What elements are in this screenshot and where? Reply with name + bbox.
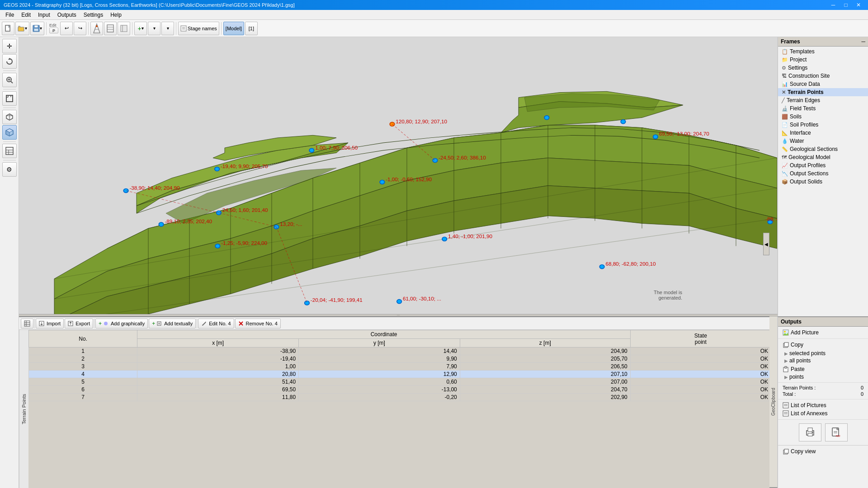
frame-item-output-solids[interactable]: 📦Output Solids — [778, 178, 868, 186]
close-button[interactable]: ✕ — [853, 1, 864, 9]
frame-item-terrain-points[interactable]: ✕Terrain Points — [778, 88, 868, 96]
frame-item-project[interactable]: 📁Project — [778, 56, 868, 64]
menu-help[interactable]: Help — [107, 11, 125, 19]
dropdown-btn2[interactable]: ▾ — [161, 22, 174, 35]
cell-x: 51,40 — [137, 378, 299, 386]
menu-file[interactable]: File — [2, 11, 18, 19]
frame-item-settings[interactable]: ⚙Settings — [778, 64, 868, 72]
table-row[interactable]: 7 11,80 -0,20 202,90 OK — [29, 394, 771, 401]
table-row[interactable]: 2 -19,40 9,90 205,70 OK — [29, 355, 771, 363]
frame-item-soil-profiles[interactable]: 📄Soil Profiles — [778, 121, 868, 129]
menu-bar: File Edit Input Outputs Settings Help — [0, 10, 868, 20]
add-graphically-btn[interactable]: + Add graphically — [95, 319, 148, 328]
model-button[interactable]: [Model] — [223, 22, 244, 35]
svg-point-91 — [599, 265, 604, 269]
table-row[interactable]: 6 69,50 -13,00 204,70 OK — [29, 386, 771, 394]
frame-label: Project — [790, 56, 807, 63]
cell-y: 9,90 — [299, 355, 460, 363]
frame-item-templates[interactable]: 📋Templates — [778, 47, 868, 56]
save-button[interactable]: ▾ — [30, 22, 44, 35]
points-group-btn[interactable]: ▶ points — [781, 373, 865, 380]
remove-btn[interactable]: Remove No. 4 — [235, 319, 281, 328]
svg-text:-20,04; -41,90; 199,41: -20,04; -41,90; 199,41 — [311, 298, 363, 303]
menu-edit[interactable]: Edit — [18, 11, 34, 19]
list-annexes-btn[interactable]: List of Annexes — [781, 409, 865, 418]
all-points-btn[interactable]: ▶ all points — [783, 357, 863, 364]
cell-z: 205,70 — [460, 355, 630, 363]
edit-mode-btn[interactable]: P — [49, 28, 58, 33]
new-button[interactable] — [2, 22, 14, 35]
open-button[interactable]: ▾ — [15, 22, 29, 35]
col-x: x [m] — [137, 339, 299, 347]
rotate-button[interactable] — [2, 54, 17, 69]
table-row[interactable]: 1 -38,90 14,40 204,90 OK — [29, 347, 771, 355]
frame-item-water[interactable]: 💧Water — [778, 137, 868, 145]
svg-rect-128 — [785, 366, 787, 368]
undo-button[interactable]: ↩ — [60, 22, 73, 35]
frame-item-field-tests[interactable]: 🔬Field Tests — [778, 104, 868, 113]
stage-btn[interactable] — [118, 22, 130, 35]
frames-close-btn[interactable]: ─ — [861, 38, 865, 45]
panel-collapse-btn[interactable]: ◀ — [763, 233, 769, 255]
menu-outputs[interactable]: Outputs — [54, 11, 80, 19]
import-btn[interactable]: Import — [36, 319, 64, 328]
cell-x: -19,40 — [137, 355, 299, 363]
add-textually-btn[interactable]: + Add textually — [149, 319, 196, 328]
stage-names-btn[interactable]: Stage names — [178, 22, 219, 35]
table-row[interactable]: 4 20,80 12,90 207,10 OK — [29, 371, 771, 378]
geo-clipboard-label[interactable]: GeoClipboard — [769, 316, 778, 488]
list-pictures-btn[interactable]: List of Pictures — [781, 401, 865, 409]
frame-item-geological-sections[interactable]: 📏Geological Sections — [778, 145, 868, 153]
export-pdf-button[interactable]: PDF — [825, 423, 848, 441]
frame-label: Water — [790, 138, 804, 144]
list-view-btn[interactable] — [21, 319, 33, 328]
cell-no: 3 — [29, 363, 137, 371]
frame-label: Interface — [790, 130, 811, 136]
add-picture-btn[interactable]: Add Picture — [781, 328, 865, 337]
move-button[interactable]: ✛ — [2, 39, 17, 53]
frame-item-terrain-edges[interactable]: ╱Terrain Edges — [778, 96, 868, 104]
zoom-button[interactable] — [2, 73, 17, 87]
redo-button[interactable]: ↪ — [74, 22, 86, 35]
terrain-btn1[interactable] — [90, 22, 103, 35]
copy-view-btn[interactable]: Copy view — [781, 447, 865, 455]
frame-item-soils[interactable]: 🟫Soils — [778, 113, 868, 121]
index-button[interactable]: [1] — [245, 22, 258, 35]
cell-y: 14,40 — [299, 347, 460, 355]
maximize-button[interactable]: □ — [840, 1, 852, 9]
selected-points-btn[interactable]: ▶ selected points — [783, 350, 863, 357]
frame-label: Settings — [788, 65, 807, 71]
menu-settings[interactable]: Settings — [80, 11, 107, 19]
table-row[interactable]: 5 51,40 0,60 207,00 OK — [29, 378, 771, 386]
svg-text:1,40; -1,00; 201,90: 1,40; -1,00; 201,90 — [448, 234, 492, 239]
table-row[interactable]: 3 1,00 7,90 206,50 OK — [29, 363, 771, 371]
frame-item-output-profiles[interactable]: 📈Output Profiles — [778, 161, 868, 169]
frame-item-output-sections[interactable]: 📉Output Sections — [778, 169, 868, 178]
cube-button[interactable] — [2, 110, 17, 124]
minimize-button[interactable]: ─ — [827, 1, 839, 9]
cell-no: 6 — [29, 386, 137, 394]
lt-sep4 — [3, 141, 16, 142]
add-button[interactable]: + ▾ — [134, 22, 147, 35]
print-button[interactable] — [799, 423, 821, 441]
paste-btn[interactable]: Paste — [781, 365, 865, 373]
data-table-wrapper[interactable]: No. Coordinate Statepoint x [m] y [m] z … — [28, 330, 771, 488]
terrain-points-sidebar-label: Terrain Points — [19, 330, 28, 488]
fit-button[interactable] — [2, 91, 17, 106]
3d-viewport[interactable]: -38,90; 14,40; 204,90 -19,40; 9,90; 205,… — [19, 37, 778, 314]
3d-view-button[interactable] — [2, 125, 17, 140]
cell-x: 20,80 — [137, 371, 299, 378]
edit-btn[interactable]: Edit No. 4 — [198, 319, 234, 328]
frame-item-construction-site[interactable]: 🏗Construction Site — [778, 72, 868, 80]
terrain-btn2[interactable] — [104, 22, 117, 35]
frame-item-source-data[interactable]: 📊Source Data — [778, 80, 868, 88]
menu-input[interactable]: Input — [34, 11, 54, 19]
cell-z: 202,90 — [460, 394, 630, 401]
frame-item-geological-model[interactable]: 🗺Geological Model — [778, 153, 868, 161]
settings-button[interactable]: ⚙ — [2, 162, 17, 177]
dropdown-btn1[interactable]: ▾ — [148, 22, 160, 35]
export-btn[interactable]: Export — [65, 319, 93, 328]
copy-btn[interactable]: Copy — [781, 341, 865, 349]
frame-item-interface[interactable]: 📐Interface — [778, 129, 868, 137]
table-button[interactable] — [2, 144, 17, 158]
